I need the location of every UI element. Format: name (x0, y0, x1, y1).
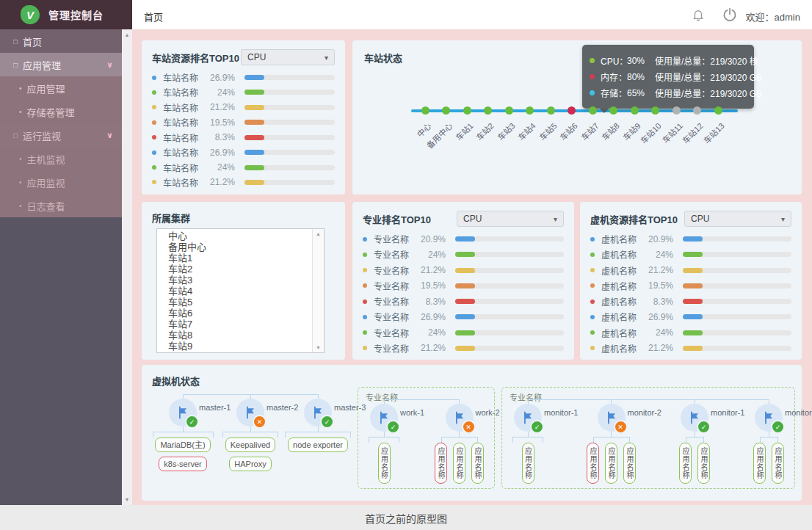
rank-name: 车站名称 (163, 101, 206, 114)
cluster-item[interactable]: 车站2 (157, 264, 324, 275)
sidebar-item-log-view[interactable]: •日志查看 (0, 194, 122, 217)
app-box: 应用名称 (522, 443, 534, 484)
cluster-item[interactable]: 车站1 (157, 253, 324, 264)
cluster-item[interactable]: 车站8 (157, 330, 324, 341)
app-box: 应用名称 (378, 443, 391, 484)
cluster-item[interactable]: 车站5 (157, 297, 324, 308)
rank-bar-fill (244, 150, 264, 155)
metric-select[interactable]: CPU ▾ (684, 211, 791, 227)
dot-icon (152, 165, 156, 170)
scroll-up-icon[interactable]: ▲ (313, 231, 324, 236)
rank-bar-fill (683, 314, 703, 319)
dot-icon (590, 237, 595, 242)
rank-value: 8.3% (206, 132, 235, 142)
station-dot[interactable] (442, 106, 450, 115)
rank-row: 虚机名称21.2% (590, 342, 791, 355)
cluster-item[interactable]: 车站3 (157, 275, 324, 286)
rank-value: 8.3% (416, 297, 446, 307)
station-dot[interactable] (589, 106, 597, 115)
rank-bar-track (455, 252, 564, 257)
listbox-scrollbar[interactable]: ▲ ▼ (312, 229, 324, 352)
rank-row: 虚机名称8.3% (590, 295, 791, 308)
rank-name: 车站名称 (163, 71, 206, 84)
notification-bell-icon[interactable] (692, 7, 705, 25)
dot-icon (363, 315, 367, 319)
cluster-item[interactable]: 中心 (157, 230, 324, 242)
sidebar-item-home[interactable]: □首页 (0, 29, 122, 53)
station-label: 车站6 (557, 120, 580, 142)
rank-bar-fill (683, 252, 703, 257)
rank-row: 虚机名称21.2% (590, 264, 791, 277)
rank-row: 车站名称24% (152, 86, 335, 98)
rank-bar-fill (455, 236, 475, 242)
rank-name: 车站名称 (163, 116, 206, 128)
station-dot[interactable] (673, 106, 681, 115)
connector-line (183, 394, 318, 395)
rank-name: 虚机名称 (601, 280, 644, 292)
sidebar-item-label: 应用监视 (27, 175, 65, 189)
cluster-item[interactable]: 备用中心 (157, 242, 324, 253)
vm-rank-list: 虚机名称20.9%虚机名称24%虚机名称21.2%虚机名称19.5%虚机名称8.… (590, 233, 791, 355)
welcome-user: 欢迎：admin (746, 10, 800, 23)
sidebar-item-volume-management[interactable]: •存储卷管理 (0, 100, 122, 123)
sidebar-item-host-monitor[interactable]: •主机监视 (0, 147, 122, 170)
station-dot[interactable] (526, 106, 534, 115)
station-dot[interactable] (609, 106, 617, 115)
rank-bar-track (683, 299, 791, 304)
station-dot[interactable] (421, 106, 429, 115)
station-dot[interactable] (463, 106, 471, 115)
sidebar-item-label: 运行监视 (23, 128, 61, 142)
rank-name: 专业名称 (374, 264, 416, 277)
station-label: 车站8 (599, 120, 622, 142)
station-dot[interactable] (651, 106, 659, 115)
scroll-up-icon[interactable]: ▲ (122, 32, 132, 37)
station-dot[interactable] (547, 106, 555, 115)
rank-name: 车站名称 (163, 176, 206, 189)
rank-bar-track (683, 236, 791, 242)
station-dot[interactable] (714, 106, 722, 115)
sidebar-item-app-management[interactable]: □应用管理∨ (0, 53, 122, 76)
rank-bar-track (244, 165, 335, 170)
metric-select[interactable]: CPU ▾ (457, 211, 564, 227)
breadcrumb[interactable]: 首页 (144, 10, 163, 23)
rank-value: 24% (644, 327, 673, 338)
group-node-strip: ✓work-1应用名称✕work-2应用名称应用名称应用名称 (358, 399, 494, 484)
scroll-down-icon[interactable]: ▼ (313, 345, 324, 350)
dot-icon (152, 76, 156, 80)
rank-bar-fill (244, 75, 264, 80)
rank-value: 21.2% (644, 265, 673, 275)
app-list: 应用名称应用名称 (753, 443, 784, 484)
metric-select[interactable]: CPU ▾ (241, 49, 335, 65)
cluster-listbox[interactable]: 中心备用中心车站1车站2车站3车站4车站5车站6车站7车站8车站9 ▲ ▼ (156, 228, 325, 353)
station-dot[interactable] (693, 106, 701, 115)
sidebar-item-label: 应用管理 (23, 58, 61, 72)
panel-vm-rank: 虚机资源排名TOP10 CPU ▾ 虚机名称20.9%虚机名称24%虚机名称21… (580, 202, 802, 360)
cluster-item[interactable]: 车站7 (157, 319, 324, 330)
cluster-item[interactable]: 车站4 (157, 286, 324, 297)
power-icon[interactable] (722, 7, 737, 25)
caret-down-icon: ▾ (781, 215, 785, 223)
sidebar-item-app-monitor[interactable]: •应用监视 (0, 170, 122, 194)
station-dot[interactable] (568, 106, 576, 115)
app-list: 应用名称 (378, 443, 391, 484)
tooltip-usage: 使用量/总量：219/3020 GB (655, 87, 762, 99)
station-dot[interactable] (505, 106, 513, 115)
app-box: 应用名称 (753, 443, 766, 484)
sidebar-item-run-monitor[interactable]: □运行监视∨ (0, 123, 122, 147)
metric-select-value: CPU (247, 52, 266, 62)
rank-bar-fill (455, 314, 475, 319)
sidebar-scrollbar[interactable]: ▲ ▼ (122, 29, 132, 505)
rank-value: 24% (206, 87, 235, 98)
station-label: 车站5 (536, 120, 559, 142)
rank-value: 21.2% (416, 265, 446, 275)
station-dot[interactable] (484, 106, 492, 115)
cluster-item[interactable]: 车站6 (157, 308, 324, 319)
sidebar-item-app-management-sub[interactable]: •应用管理 (0, 76, 122, 100)
scroll-down-icon[interactable]: ▼ (122, 497, 132, 502)
dot-icon (590, 253, 595, 257)
station-dot[interactable] (631, 106, 639, 115)
dot-icon (363, 330, 367, 335)
rank-value: 24% (644, 250, 673, 260)
cluster-item[interactable]: 车站9 (157, 341, 324, 352)
vm-node: ✓master-1MariaDB(主)k8s-server (149, 394, 217, 471)
